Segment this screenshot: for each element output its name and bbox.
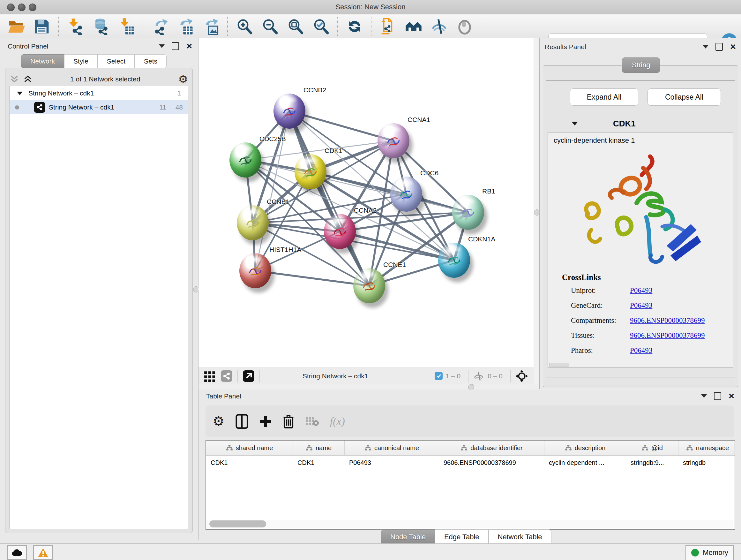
maximize-panel-icon[interactable] — [172, 42, 179, 50]
column-header-4[interactable]: description — [544, 441, 626, 455]
network-canvas[interactable]: CCNB2 CCNA1 CDC25B CDK1 CDC6 RB1 CCNB1 C… — [199, 38, 534, 367]
network-node-CCNB2[interactable] — [273, 94, 306, 129]
results-scrollbar-thumb[interactable] — [549, 363, 569, 367]
network-edge-CCNB2-CCNE1[interactable] — [289, 111, 369, 286]
tree-row-collection[interactable]: String Network – cdk1 1 — [10, 86, 188, 100]
table-cell-0[interactable]: CDK1 — [206, 459, 293, 466]
zoom-selected-icon[interactable] — [313, 18, 330, 35]
network-node-CCNA1[interactable] — [378, 123, 409, 159]
column-header-5[interactable]: @id — [626, 441, 678, 455]
float-panel-icon[interactable] — [703, 45, 709, 49]
maximize-panel-icon[interactable] — [716, 43, 723, 51]
network-node-CCNA2[interactable] — [324, 214, 356, 249]
cloud-button[interactable] — [7, 545, 27, 560]
column-type-icon — [306, 444, 313, 451]
expand-all-button[interactable]: Expand All — [570, 88, 638, 106]
float-panel-icon[interactable] — [159, 44, 165, 48]
tab-node-table[interactable]: Node Table — [381, 530, 435, 545]
tree-row-network[interactable]: String Network – cdk1 11 48 — [10, 100, 188, 114]
tab-network[interactable]: Network — [21, 54, 64, 68]
gene-section-header[interactable]: CDK1 — [546, 115, 735, 132]
network-node-HIST1H1A[interactable] — [239, 253, 271, 288]
open-session-icon[interactable] — [8, 18, 25, 35]
table-panel-title: Table Panel — [206, 392, 241, 400]
selected-checkbox[interactable] — [434, 372, 443, 380]
network-node-RB1[interactable] — [452, 195, 484, 230]
network-file-icon[interactable] — [380, 18, 397, 35]
network-node-CDC25B[interactable] — [229, 142, 261, 178]
network-node-label-CDC6: CDC6 — [420, 169, 439, 177]
hide-graphics-details-icon[interactable] — [430, 18, 448, 35]
zoom-out-icon[interactable] — [261, 18, 279, 35]
float-panel-icon[interactable] — [701, 394, 707, 398]
close-panel-icon[interactable]: ✕ — [186, 43, 192, 50]
export-network-icon[interactable] — [151, 18, 169, 35]
import-network-database-icon[interactable] — [92, 18, 110, 35]
grid-view-icon[interactable] — [204, 370, 216, 382]
crosslink-genecard-link[interactable]: P06493 — [630, 301, 652, 310]
expand-all-icon[interactable] — [23, 74, 32, 84]
zoom-in-icon[interactable] — [236, 18, 253, 35]
network-edge-HIST1H1A-CCNE1[interactable] — [255, 271, 369, 286]
network-node-label-RB1: RB1 — [482, 187, 495, 195]
tree-expand-icon[interactable] — [17, 91, 23, 95]
birdseye-toggle-icon[interactable] — [515, 369, 529, 383]
column-header-3[interactable]: database identifier — [439, 441, 544, 455]
column-header-1[interactable]: name — [293, 441, 345, 455]
table-hscrollbar[interactable] — [206, 520, 733, 528]
refresh-icon[interactable] — [346, 18, 363, 35]
warnings-button[interactable] — [33, 545, 53, 560]
maximize-panel-icon[interactable] — [714, 392, 721, 400]
close-panel-icon[interactable]: ✕ — [730, 43, 736, 51]
table-cell-3[interactable]: 9606.ENSP00000378699 — [439, 459, 544, 466]
crosslink-compartments-link[interactable]: 9606.ENSP00000378699 — [630, 316, 705, 325]
import-network-file-icon[interactable] — [67, 18, 84, 35]
table-cell-1[interactable]: CDK1 — [293, 459, 345, 466]
network-node-CDKN1A[interactable] — [438, 243, 470, 278]
detach-view-icon[interactable] — [242, 370, 255, 382]
houses-icon[interactable] — [405, 18, 422, 35]
tab-style[interactable]: Style — [64, 54, 98, 68]
table-cell-2[interactable]: P06493 — [345, 459, 439, 466]
collapse-all-button[interactable]: Collapse All — [648, 88, 721, 106]
crosslink-tissues-link[interactable]: 9606.ENSP00000378699 — [630, 331, 705, 340]
table-cell-6[interactable]: stringdb — [678, 459, 735, 466]
import-table-icon[interactable] — [118, 18, 135, 35]
export-table-icon[interactable] — [177, 18, 194, 35]
close-panel-icon[interactable]: ✕ — [728, 392, 735, 400]
network-edge-CDK1-RB1[interactable] — [311, 172, 468, 212]
table-cell-5[interactable]: stringdb:9... — [626, 459, 678, 466]
network-node-CDC6[interactable] — [390, 177, 422, 212]
memory-button[interactable]: Memory — [685, 545, 734, 560]
tab-sets[interactable]: Sets — [135, 54, 166, 68]
network-node-CCNB1[interactable] — [237, 205, 269, 240]
delete-column-icon[interactable] — [283, 415, 294, 428]
tab-select[interactable]: Select — [98, 54, 135, 68]
birdseye-view-icon[interactable] — [456, 18, 473, 35]
network-node-CCNE1[interactable] — [353, 268, 385, 303]
tab-string[interactable]: String — [622, 57, 660, 73]
tab-edge-table[interactable]: Edge Table — [435, 530, 488, 545]
column-header-0[interactable]: shared name — [206, 441, 293, 455]
collapse-all-icon[interactable] — [10, 74, 19, 84]
table-cell-4[interactable]: cyclin-dependent ... — [544, 459, 626, 466]
show-columns-icon[interactable] — [235, 414, 248, 429]
collapse-gene-icon[interactable] — [571, 122, 578, 125]
crosslink-uniprot-link[interactable]: P06493 — [630, 287, 652, 295]
crosslink-pharos-link[interactable]: P06493 — [630, 347, 652, 355]
gear-icon[interactable]: ⚙ — [179, 74, 188, 84]
node-table[interactable]: shared name name canonical name database… — [205, 440, 735, 530]
table-row[interactable]: CDK1CDK1P064939606.ENSP00000378699cyclin… — [206, 455, 735, 470]
column-header-6[interactable]: namespace — [678, 441, 735, 455]
add-column-icon[interactable] — [259, 415, 272, 428]
table-settings-gear-icon[interactable]: ⚙ — [212, 415, 225, 428]
network-node-CDK1[interactable] — [294, 154, 327, 189]
tab-network-table[interactable]: Network Table — [488, 530, 551, 545]
save-session-icon[interactable] — [33, 18, 51, 35]
network-node-label-HIST1H1A: HIST1H1A — [269, 246, 301, 253]
column-header-2[interactable]: canonical name — [345, 441, 439, 455]
table-hscrollbar-thumb[interactable] — [209, 520, 266, 527]
export-image-icon[interactable] — [202, 18, 219, 35]
network-list-icon[interactable] — [220, 370, 233, 382]
zoom-fit-icon[interactable] — [287, 18, 304, 35]
